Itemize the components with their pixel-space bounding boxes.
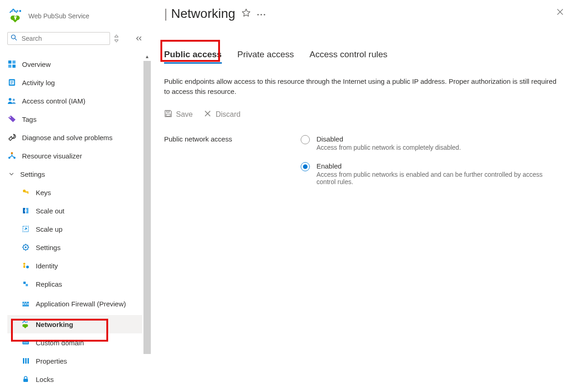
sidebar-item-label: Overview	[22, 60, 51, 68]
sidebar-item-diagnose[interactable]: Diagnose and solve problems	[7, 128, 142, 147]
domain-icon: www	[21, 339, 30, 346]
radio-option-enabled[interactable]: Enabled Access from public networks is e…	[301, 162, 555, 185]
networking-icon	[21, 320, 30, 328]
sidebar-item-properties[interactable]: Properties	[7, 352, 142, 370]
sidebar-item-scale-out[interactable]: Scale out	[7, 201, 142, 220]
key-icon	[21, 189, 30, 196]
save-icon	[164, 109, 172, 120]
close-icon[interactable]	[556, 8, 564, 17]
star-icon[interactable]	[242, 8, 251, 19]
overview-icon	[7, 60, 16, 68]
svg-rect-57	[23, 358, 24, 364]
sidebar-item-locks[interactable]: Locks	[7, 370, 142, 388]
wrench-icon	[7, 133, 16, 142]
svg-point-0	[11, 10, 13, 12]
collapse-icon[interactable]	[135, 35, 142, 42]
radio-icon[interactable]	[301, 162, 310, 171]
scrollbar-track[interactable]: ▲	[142, 0, 152, 392]
svg-rect-40	[23, 265, 25, 268]
sidebar: Web PubSub Service Overview	[0, 0, 142, 392]
svg-point-53	[25, 321, 26, 323]
sidebar-item-custom-domain[interactable]: www Custom domain	[7, 333, 142, 352]
sidebar-item-label: Scale up	[36, 225, 62, 233]
radio-label: Disabled	[316, 135, 461, 143]
sidebar-item-networking[interactable]: Networking	[7, 315, 142, 333]
svg-point-19	[10, 117, 11, 118]
svg-point-39	[23, 263, 26, 265]
save-button[interactable]: Save	[164, 109, 192, 120]
radio-caption: Access from public networks is enabled a…	[316, 171, 555, 185]
svg-line-35	[23, 245, 24, 246]
sidebar-item-settings[interactable]: Settings	[7, 238, 142, 256]
discard-label: Discard	[215, 110, 240, 119]
svg-point-52	[23, 321, 24, 323]
tabs: Public access Private access Access cont…	[164, 49, 563, 64]
svg-line-38	[23, 249, 24, 250]
sidebar-group-settings[interactable]: Settings	[7, 165, 142, 183]
sidebar-item-label: Replicas	[36, 280, 62, 288]
sidebar-item-label: Access control (IAM)	[22, 97, 85, 105]
svg-line-7	[15, 38, 16, 40]
radio-label: Enabled	[316, 162, 555, 170]
sidebar-item-label: Tags	[22, 115, 37, 123]
sidebar-item-replicas[interactable]: Replicas	[7, 275, 142, 293]
radio-caption: Access from public network is completely…	[316, 144, 461, 151]
sidebar-item-tags[interactable]: Tags	[7, 110, 142, 128]
sidebar-item-label: Keys	[36, 189, 51, 196]
page-title: Networking	[171, 6, 235, 21]
sidebar-item-label: Properties	[36, 357, 67, 365]
tab-private-access[interactable]: Private access	[237, 49, 294, 64]
scrollbar-thumb[interactable]	[143, 61, 151, 354]
svg-rect-43	[26, 284, 28, 286]
radio-option-disabled[interactable]: Disabled Access from public network is c…	[301, 135, 555, 151]
sidebar-item-identity[interactable]: Identity	[7, 256, 142, 275]
radio-icon[interactable]	[301, 135, 310, 144]
sidebar-item-activity-log[interactable]: Activity log	[7, 73, 142, 92]
svg-rect-59	[28, 358, 29, 364]
tab-access-control-rules[interactable]: Access control rules	[309, 49, 387, 64]
people-icon	[7, 97, 16, 105]
scale-out-icon	[21, 207, 30, 214]
svg-point-30	[25, 246, 27, 248]
firewall-icon	[21, 300, 30, 308]
svg-text:www: www	[23, 341, 28, 344]
svg-point-3	[19, 10, 21, 12]
sidebar-item-label: Networking	[36, 321, 73, 328]
svg-rect-27	[26, 208, 28, 213]
sidebar-group-label: Settings	[20, 170, 45, 178]
svg-rect-60	[23, 379, 28, 382]
tab-public-access[interactable]: Public access	[164, 49, 222, 64]
sidebar-item-keys[interactable]: Keys	[7, 183, 142, 201]
svg-point-41	[26, 266, 29, 268]
main-panel: | Networking Public access Private acces…	[152, 0, 572, 392]
discard-button[interactable]: Discard	[204, 109, 240, 120]
form-label-public-network-access: Public network access	[164, 135, 232, 185]
sidebar-item-resource-visualizer[interactable]: Resource visualizer	[7, 147, 142, 165]
scroll-up-icon[interactable]: ▲	[145, 54, 149, 59]
search-input[interactable]	[7, 32, 110, 45]
sidebar-item-label: Resource visualizer	[22, 152, 82, 160]
svg-point-63	[264, 14, 265, 15]
svg-rect-26	[23, 208, 25, 213]
svg-line-37	[28, 245, 28, 246]
svg-rect-11	[12, 65, 16, 68]
more-icon[interactable]	[257, 10, 265, 18]
svg-rect-42	[23, 282, 26, 284]
sidebar-item-access-control[interactable]: Access control (IAM)	[7, 92, 142, 110]
scale-up-icon	[21, 225, 30, 233]
nav-menu: Overview Activity log Access control (IA…	[7, 55, 142, 388]
gear-icon	[21, 244, 30, 251]
sort-icon[interactable]	[114, 34, 119, 43]
sidebar-item-label: Application Firewall (Preview)	[36, 300, 126, 308]
sidebar-item-label: Diagnose and solve problems	[22, 134, 113, 142]
sidebar-item-app-firewall[interactable]: Application Firewall (Preview)	[7, 293, 142, 315]
sidebar-item-scale-up[interactable]: Scale up	[7, 220, 142, 238]
sidebar-item-overview[interactable]: Overview	[7, 55, 142, 73]
replicas-icon	[21, 280, 30, 288]
svg-rect-67	[167, 110, 170, 112]
lock-icon	[21, 376, 30, 383]
sidebar-item-label: Locks	[36, 376, 54, 383]
svg-rect-9	[12, 60, 16, 64]
svg-point-18	[13, 99, 15, 101]
svg-rect-10	[8, 65, 11, 68]
